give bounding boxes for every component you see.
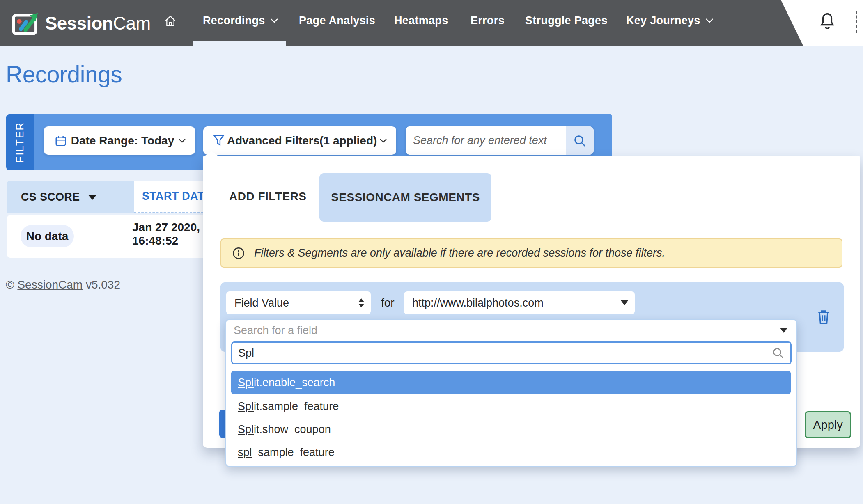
date-range-button[interactable]: Date Range: Today	[44, 126, 195, 155]
field-combobox[interactable]: Search for a field	[226, 320, 796, 341]
field-type-select[interactable]: Field Value	[226, 291, 371, 314]
field-search-dropdown: Search for a field Split.enable_search S…	[225, 319, 797, 467]
field-option[interactable]: spl_sample_feature	[231, 441, 791, 464]
site-select[interactable]: http://www.bilalphotos.com	[404, 291, 635, 314]
caret-down-icon	[780, 328, 787, 333]
nav-item-recordings[interactable]: Recordings	[203, 0, 278, 41]
nav-item-errors[interactable]: Errors	[471, 0, 505, 41]
nav-label: Recordings	[203, 14, 265, 27]
text-search	[406, 126, 594, 155]
start-date-value: Jan 27 2020, 16:48:52	[132, 220, 210, 247]
search-button[interactable]	[566, 126, 594, 155]
nav-item-heatmaps[interactable]: Heatmaps	[394, 0, 448, 41]
info-icon	[232, 247, 245, 260]
footer-brand-link[interactable]: SessionCam	[17, 278, 83, 291]
nav-item-page-analysis[interactable]: Page Analysis	[299, 0, 375, 41]
search-icon	[771, 346, 785, 360]
field-option[interactable]: Split.show_coupon	[231, 418, 791, 441]
nav-item-key-journeys[interactable]: Key Journeys	[626, 0, 714, 41]
info-banner: Filters & Segments are only available if…	[220, 238, 842, 268]
cs-score-badge: No data	[21, 225, 74, 247]
filter-drawer-tab[interactable]: FILTER	[6, 114, 34, 170]
nav-corner	[764, 0, 863, 46]
field-option-selected[interactable]: Split.enable_search	[231, 371, 791, 394]
active-tab-indicator	[193, 41, 286, 46]
page-title: Recordings	[6, 61, 122, 88]
field-search-box	[231, 341, 792, 364]
sessioncam-logo-icon	[11, 11, 39, 36]
chevron-down-icon	[705, 18, 714, 23]
tab-sessioncam-segments[interactable]: SESSIONCAM SEGMENTS	[319, 173, 491, 222]
brand-name: SessionCam	[45, 13, 151, 34]
bell-icon[interactable]	[818, 11, 836, 32]
home-icon[interactable]	[164, 0, 177, 41]
search-icon	[573, 134, 587, 148]
chevron-down-icon	[270, 18, 278, 23]
brand-logo[interactable]: SessionCam	[11, 0, 151, 46]
select-spinner-icon	[358, 298, 364, 307]
kebab-menu-icon[interactable]	[856, 11, 857, 33]
table-row[interactable]: No data Jan 27 2020, 16:48:52	[7, 215, 209, 258]
column-header-cs-score[interactable]: CS SCORE	[7, 181, 134, 213]
trash-icon	[816, 309, 831, 325]
field-search-input[interactable]	[238, 347, 771, 360]
sort-descending-icon	[88, 195, 97, 200]
footer-copyright: © SessionCam v5.032	[6, 278, 120, 291]
chevron-down-icon	[379, 138, 387, 143]
tab-add-filters[interactable]: ADD FILTERS	[223, 186, 312, 207]
advanced-filters-button[interactable]: Advanced Filters(1 applied)	[203, 126, 396, 155]
for-label: for	[381, 296, 395, 309]
delete-filter-button[interactable]	[814, 307, 833, 327]
app-window: SessionCam Recordings Page Analysis Heat…	[0, 0, 863, 504]
funnel-icon	[213, 135, 225, 147]
calendar-icon	[55, 135, 67, 147]
search-input[interactable]	[406, 126, 566, 155]
apply-button[interactable]: Apply	[805, 411, 851, 438]
field-option[interactable]: Split.sample_feature	[231, 395, 791, 418]
chevron-down-icon	[178, 138, 186, 143]
caret-down-icon	[621, 300, 628, 305]
panel-pointer	[203, 151, 220, 157]
top-nav: SessionCam Recordings Page Analysis Heat…	[0, 0, 863, 46]
nav-item-struggle-pages[interactable]: Struggle Pages	[525, 0, 608, 41]
